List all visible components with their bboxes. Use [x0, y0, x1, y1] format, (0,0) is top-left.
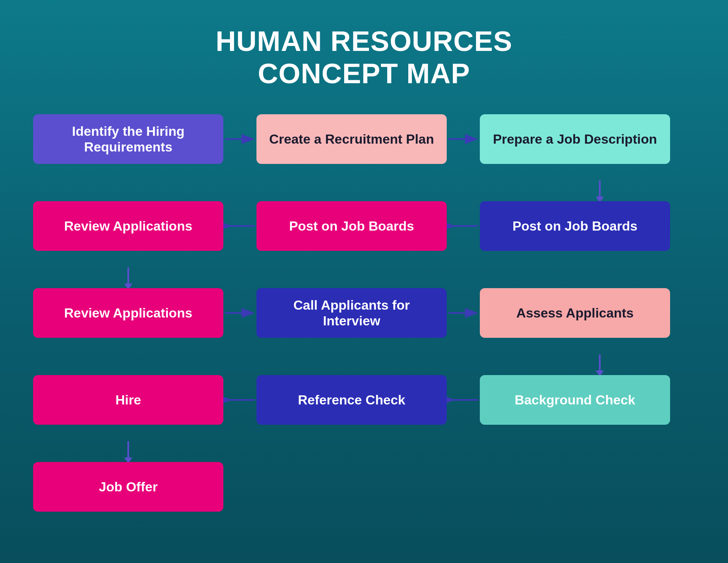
- between-row1-row2: [33, 176, 695, 201]
- row-4: Hire Reference Check: [33, 375, 695, 425]
- between-row4-row5: [33, 437, 695, 462]
- hire-node: Hire: [33, 375, 223, 425]
- v-line-1: [599, 180, 601, 197]
- review-app-1-node: Review Applications: [33, 201, 223, 251]
- vert-conn-1: [505, 180, 695, 197]
- reference-check-node: Reference Check: [256, 375, 447, 425]
- arrow-right-svg-3: [223, 307, 256, 319]
- row-3: Review Applications Call Applicants for …: [33, 288, 695, 338]
- background-check-node: Background Check: [480, 375, 670, 425]
- arrow-svg: [223, 133, 256, 145]
- vert-conn-2: [33, 267, 223, 284]
- between-row3-row4: [33, 350, 695, 375]
- row-5: Job Offer: [33, 462, 695, 512]
- arrow-callapp-to-assess: [447, 307, 480, 319]
- v-line-3: [599, 354, 601, 371]
- v-line-2: [127, 267, 129, 284]
- review-app-2-node: Review Applications: [33, 288, 223, 338]
- vert-conn-4: [33, 441, 223, 458]
- row-1: Identify the Hiring Requirements Create …: [33, 114, 695, 164]
- arrow-right-svg-4: [447, 307, 480, 319]
- arrow-left-svg-6: [447, 394, 480, 406]
- arrow-postjob2-to-postjob1: [447, 220, 480, 232]
- arrow-left-svg-5: [223, 394, 256, 406]
- job-description-node: Prepare a Job Description: [480, 114, 670, 164]
- arrow-left-svg-1: [223, 220, 256, 232]
- vert-conn-3: [505, 354, 695, 371]
- v-line-4: [127, 441, 129, 458]
- page-title: HUMAN RESOURCES CONCEPT MAP: [216, 25, 512, 89]
- arrow-left-svg-2: [447, 220, 480, 232]
- between-row2-row3: [33, 263, 695, 288]
- arrow-recruitment-to-jobdesc: [447, 133, 480, 145]
- post-job-boards-2-node: Post on Job Boards: [480, 201, 670, 251]
- call-applicants-node: Call Applicants for Interview: [256, 288, 447, 338]
- arrow-identify-to-recruitment: [223, 133, 256, 145]
- recruitment-plan-node: Create a Recruitment Plan: [256, 114, 447, 164]
- identify-node: Identify the Hiring Requirements: [33, 114, 223, 164]
- title-line2: CONCEPT MAP: [258, 58, 470, 89]
- assess-applicants-node: Assess Applicants: [480, 288, 670, 338]
- arrow-reviewapp2-to-callapp: [223, 307, 256, 319]
- arrow-refcheck-to-hire: [223, 394, 256, 406]
- post-job-boards-1-node: Post on Job Boards: [256, 201, 447, 251]
- concept-map: Identify the Hiring Requirements Create …: [33, 114, 695, 524]
- title-line1: HUMAN RESOURCES: [216, 25, 512, 57]
- arrow-postjob1-to-reviewapp1: [223, 220, 256, 232]
- job-offer-node: Job Offer: [33, 462, 223, 512]
- arrow-bgcheck-to-refcheck: [447, 394, 480, 406]
- row-2: Review Applications Post on Job Boards: [33, 201, 695, 251]
- arrow-svg-2: [447, 133, 480, 145]
